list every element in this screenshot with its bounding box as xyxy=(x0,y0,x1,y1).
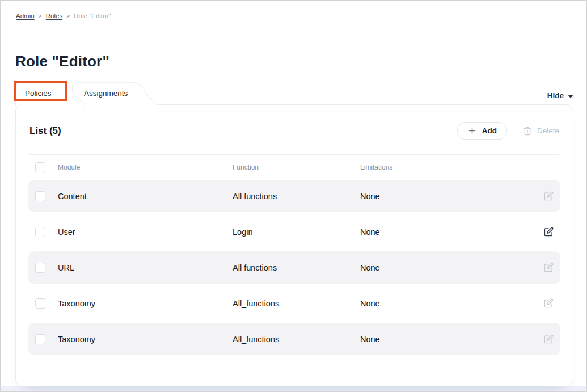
tab-policies[interactable]: Policies xyxy=(15,82,85,104)
cell-function: Login xyxy=(233,227,360,237)
breadcrumb: Admin > Roles > Role "Editor" xyxy=(16,12,111,19)
row-checkbox[interactable] xyxy=(35,298,45,309)
edit-icon[interactable] xyxy=(544,334,554,344)
table-row: Taxonomy All_functions None xyxy=(28,323,560,355)
row-checkbox[interactable] xyxy=(35,334,45,344)
caret-down-icon xyxy=(568,95,573,98)
tab-assignments[interactable]: Assignments xyxy=(72,82,157,104)
hide-toggle-label: Hide xyxy=(547,91,564,100)
table-row: URL All functions None xyxy=(28,251,560,284)
role-editor-page: Admin > Roles > Role "Editor" Role "Edit… xyxy=(0,0,587,392)
table-row: Content All functions None xyxy=(28,180,560,212)
delete-button[interactable]: Delete xyxy=(523,127,559,136)
page-title: Role "Editor" xyxy=(15,53,109,70)
add-button-label: Add xyxy=(482,127,497,135)
table-row: Taxonomy All_functions None xyxy=(28,287,560,319)
cell-module: URL xyxy=(58,263,233,272)
cell-module: Taxonomy xyxy=(58,335,233,344)
tab-assignments-label: Assignments xyxy=(84,82,128,104)
panel-header: List (5) Add Delete xyxy=(28,105,560,154)
breadcrumb-admin[interactable]: Admin xyxy=(16,12,35,19)
cell-module: Taxonomy xyxy=(58,299,233,308)
row-checkbox[interactable] xyxy=(35,227,45,237)
edit-icon[interactable] xyxy=(544,191,554,201)
cell-limitations: None xyxy=(360,299,531,308)
active-tab-mask xyxy=(16,104,66,105)
delete-button-label: Delete xyxy=(537,127,559,135)
cell-limitations: None xyxy=(360,227,531,237)
cell-function: All_functions xyxy=(233,335,360,344)
list-title: List (5) xyxy=(29,125,61,137)
cell-module: User xyxy=(58,227,233,237)
cell-function: All functions xyxy=(233,263,360,272)
cell-limitations: None xyxy=(360,335,531,344)
breadcrumb-separator: > xyxy=(39,12,42,19)
page-bottom-strip xyxy=(1,386,586,391)
select-all-checkbox[interactable] xyxy=(35,162,45,172)
trash-icon xyxy=(523,127,532,136)
table-row: User Login None xyxy=(28,216,560,248)
column-header-module: Module xyxy=(58,163,233,171)
cell-function: All functions xyxy=(233,192,360,201)
cell-module: Content xyxy=(58,192,233,201)
column-header-limitations: Limitations xyxy=(360,163,531,171)
toolbar: Add Delete xyxy=(457,122,559,140)
edit-icon[interactable] xyxy=(544,227,554,237)
policies-panel: List (5) Add Delete Module xyxy=(15,104,573,386)
breadcrumb-separator: > xyxy=(66,12,70,19)
add-button[interactable]: Add xyxy=(457,122,507,140)
hide-toggle[interactable]: Hide xyxy=(547,91,573,100)
breadcrumb-roles[interactable]: Roles xyxy=(46,12,62,19)
edit-icon[interactable] xyxy=(544,263,554,272)
cell-limitations: None xyxy=(360,263,531,272)
tab-policies-label: Policies xyxy=(25,82,52,104)
row-checkbox[interactable] xyxy=(35,191,45,201)
breadcrumb-current: Role "Editor" xyxy=(74,12,111,19)
cell-function: All_functions xyxy=(233,299,360,308)
edit-icon[interactable] xyxy=(544,298,554,308)
table-header: Module Function Limitations xyxy=(28,155,560,180)
cell-limitations: None xyxy=(360,192,531,201)
row-checkbox[interactable] xyxy=(35,263,45,273)
column-header-function: Function xyxy=(233,163,360,171)
plus-icon xyxy=(467,126,477,136)
